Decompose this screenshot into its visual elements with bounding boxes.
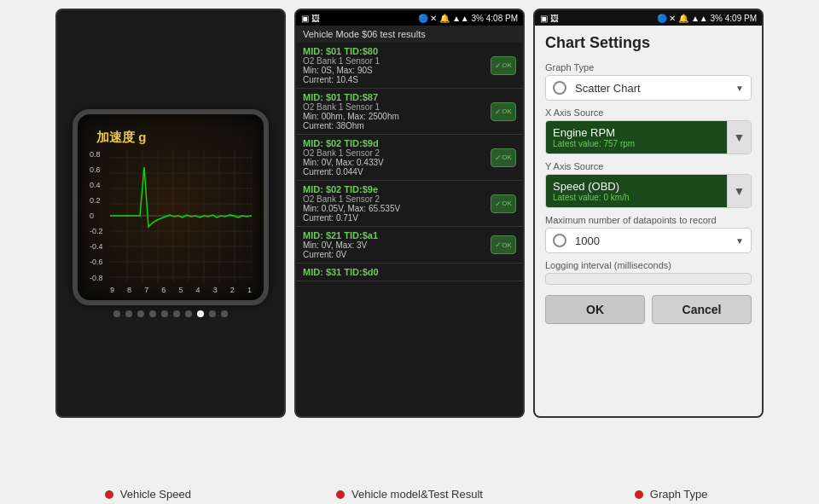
- y-axis-arrow[interactable]: ▼: [727, 175, 751, 207]
- item-sub: O2 Bank 1 Sensor 2: [303, 194, 516, 204]
- caption-dot-1: [105, 490, 113, 499]
- chart-area: 0.8 0.6 0.4 0.2 0 -0.2 -0.4 -0.6 -0.8: [90, 150, 252, 282]
- x-axis-label: X Axis Source: [545, 107, 752, 118]
- logging-label: Logging interval (milliseconds): [545, 260, 752, 270]
- caption-text-1: Vehicle Speed: [120, 488, 191, 501]
- caption-item-2: Vehicle model&Test Result: [279, 488, 541, 501]
- item-title: MID: $02 TID:$9e: [303, 184, 516, 194]
- x-axis-value: Engine RPM: [553, 126, 720, 139]
- logging-section: Logging interval (milliseconds): [545, 260, 752, 285]
- dot-1: [113, 310, 120, 317]
- y-axis-section: Y Axis Source Speed (OBD) Latest value: …: [545, 161, 752, 208]
- graph-type-label: Graph Type: [545, 62, 752, 72]
- item-detail: Min: 00hm, Max: 2500hmCurrent: 38Ohm: [303, 112, 516, 130]
- s2-scroll[interactable]: MID: $01 TID:$80 O2 Bank 1 Sensor 1 Min:…: [296, 43, 523, 416]
- y-axis-source-box: Speed (OBD) Latest value: 0 km/h: [546, 175, 727, 207]
- x-axis-latest: Latest value: 757 rpm: [553, 139, 720, 148]
- dot-7: [185, 310, 192, 317]
- caption-dot-2: [336, 490, 345, 499]
- x-axis-source-box: Engine RPM Latest value: 757 rpm: [546, 121, 727, 154]
- graph-type-radio[interactable]: [553, 81, 566, 95]
- dot-4: [149, 310, 156, 317]
- y-axis-label: Y Axis Source: [545, 161, 752, 171]
- cancel-button[interactable]: Cancel: [652, 295, 752, 324]
- list-item: MID: $02 TID:$9e O2 Bank 1 Sensor 2 Min:…: [296, 181, 523, 227]
- s2-status-left: ▣ 🖼: [301, 14, 320, 23]
- item-title: MID: $02 TID:$9d: [303, 138, 516, 148]
- item-detail: Min: 0V, Max: 0.433VCurrent: 0.044V: [303, 158, 516, 177]
- dot-8-active: [197, 310, 204, 317]
- item-detail: Min: 0.05V, Max: 65.535VCurrent: 0.71V: [303, 204, 516, 223]
- ok-badge: ✓OK: [491, 56, 516, 75]
- max-points-dropdown[interactable]: 1000 ▼: [545, 228, 752, 253]
- vehicle-test-screen: ▣ 🖼 🔵 ✕ 🔔 ▲▲ 3% 4:08 PM Vehicle Mode $06…: [294, 9, 525, 418]
- dot-5: [161, 310, 168, 317]
- chevron-down-icon: ▼: [735, 84, 744, 93]
- dialog-buttons: OK Cancel: [545, 295, 752, 324]
- dot-9: [209, 310, 216, 317]
- s2-header: Vehicle Mode $06 test results: [296, 26, 523, 43]
- s2-status-right: 🔵 ✕ 🔔 ▲▲ 3% 4:08 PM: [418, 14, 518, 23]
- dot-3: [137, 310, 144, 317]
- max-points-section: Maximum number of datapoints to record 1…: [545, 215, 752, 253]
- s3-body: Chart Settings Graph Type Scatter Chart …: [535, 26, 762, 416]
- graph-type-section: Graph Type Scatter Chart ▼: [545, 62, 752, 101]
- graph-type-dropdown[interactable]: Scatter Chart ▼: [545, 75, 752, 101]
- max-points-label: Maximum number of datapoints to record: [545, 215, 752, 225]
- phone-card-1: 加速度 g 0.8 0.6 0.4 0.2 0 -0.2 -0.4 -0.6 -…: [55, 9, 286, 418]
- chart-settings-title: Chart Settings: [545, 34, 752, 52]
- y-axis-dropdown[interactable]: Speed (OBD) Latest value: 0 km/h ▼: [545, 174, 752, 208]
- gauge-title: 加速度 g: [96, 130, 146, 146]
- list-item: MID: $02 TID:$9d O2 Bank 1 Sensor 2 Min:…: [296, 135, 523, 181]
- list-item: MID: $01 TID:$80 O2 Bank 1 Sensor 1 Min:…: [296, 43, 523, 89]
- y-labels: 0.8 0.6 0.4 0.2 0 -0.2 -0.4 -0.6 -0.8: [90, 150, 110, 282]
- item-sub: O2 Bank 1 Sensor 1: [303, 102, 516, 112]
- item-title: MID: $21 TID:$a1: [303, 230, 516, 240]
- gauge-container: 加速度 g 0.8 0.6 0.4 0.2 0 -0.2 -0.4 -0.6 -…: [73, 109, 269, 305]
- ok-badge: ✓OK: [491, 194, 516, 213]
- dot-2: [125, 310, 132, 317]
- y-axis-latest: Latest value: 0 km/h: [553, 193, 720, 202]
- s3-statusbar: ▣ 🖼 🔵 ✕ 🔔 ▲▲ 3% 4:09 PM: [535, 10, 762, 26]
- caption-dot-3: [635, 490, 643, 499]
- item-sub: O2 Bank 1 Sensor 2: [303, 148, 516, 158]
- max-points-chevron-down-icon: ▼: [735, 236, 744, 246]
- x-labels: 9 8 7 6 5 4 3 2 1: [110, 286, 252, 294]
- max-points-value: 1000: [575, 235, 600, 247]
- caption-text-3: Graph Type: [650, 488, 708, 501]
- main-area: 加速度 g 0.8 0.6 0.4 0.2 0 -0.2 -0.4 -0.6 -…: [38, 0, 781, 483]
- x-axis-arrow[interactable]: ▼: [727, 121, 751, 154]
- s3-status-right: 🔵 ✕ 🔔 ▲▲ 3% 4:09 PM: [657, 14, 757, 23]
- logging-input[interactable]: [545, 273, 752, 285]
- ok-badge: ✓OK: [491, 102, 516, 121]
- dot-10: [221, 310, 228, 317]
- dot-row: [113, 310, 228, 317]
- x-axis-section: X Axis Source Engine RPM Latest value: 7…: [545, 107, 752, 154]
- item-detail: Min: 0V, Max: 3VCurrent: 0V: [303, 240, 516, 259]
- x-axis-dropdown[interactable]: Engine RPM Latest value: 757 rpm ▼: [545, 120, 752, 154]
- item-sub: O2 Bank 1 Sensor 1: [303, 56, 516, 66]
- vehicle-speed-screen: 加速度 g 0.8 0.6 0.4 0.2 0 -0.2 -0.4 -0.6 -…: [55, 9, 286, 418]
- max-points-radio[interactable]: [553, 234, 566, 247]
- s2-statusbar: ▣ 🖼 🔵 ✕ 🔔 ▲▲ 3% 4:08 PM: [296, 10, 523, 26]
- caption-text-2: Vehicle model&Test Result: [351, 488, 483, 501]
- chart-settings-screen: ▣ 🖼 🔵 ✕ 🔔 ▲▲ 3% 4:09 PM Chart Settings G…: [533, 9, 764, 418]
- speed-chart-svg: [110, 150, 252, 282]
- item-title: MID: $01 TID:$87: [303, 92, 516, 102]
- list-item: MID: $01 TID:$87 O2 Bank 1 Sensor 1 Min:…: [296, 89, 523, 135]
- dot-6: [173, 310, 180, 317]
- caption-item-3: Graph Type: [540, 488, 802, 501]
- ok-badge: ✓OK: [491, 148, 516, 167]
- item-title: MID: $01 TID:$80: [303, 46, 516, 56]
- ok-badge: ✓OK: [491, 235, 516, 254]
- list-item: MID: $31 TID:$d0: [296, 264, 523, 281]
- graph-type-value: Scatter Chart: [575, 82, 641, 95]
- y-axis-value: Speed (OBD): [553, 180, 720, 193]
- item-title: MID: $31 TID:$d0: [303, 267, 516, 277]
- item-detail: Min: 0S, Max: 90SCurrent: 10.4S: [303, 66, 516, 84]
- phone-card-3: ▣ 🖼 🔵 ✕ 🔔 ▲▲ 3% 4:09 PM Chart Settings G…: [533, 9, 764, 418]
- s3-status-left: ▣ 🖼: [540, 14, 559, 23]
- phone-card-2: ▣ 🖼 🔵 ✕ 🔔 ▲▲ 3% 4:08 PM Vehicle Mode $06…: [294, 9, 525, 418]
- ok-button[interactable]: OK: [545, 295, 645, 324]
- list-item: MID: $21 TID:$a1 Min: 0V, Max: 3VCurrent…: [296, 227, 523, 264]
